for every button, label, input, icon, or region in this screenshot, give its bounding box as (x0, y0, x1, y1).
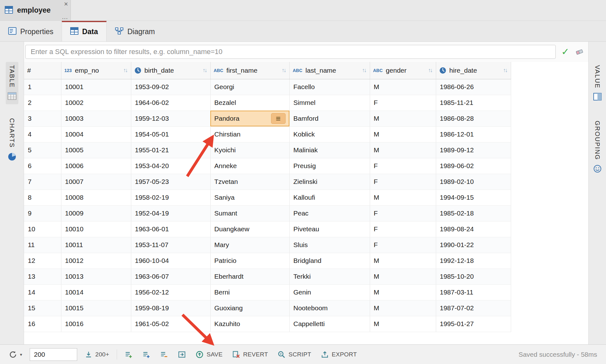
tab-properties[interactable]: Properties (0, 21, 62, 41)
sort-icon[interactable]: ↑↓ (123, 67, 128, 74)
table-cell[interactable]: Kazuhito (210, 316, 289, 332)
fetch-next-page-button[interactable]: 200+ (83, 349, 111, 360)
duplicate-row-button[interactable] (140, 349, 152, 360)
table-cell[interactable]: 1959-12-03 (131, 111, 210, 126)
table-cell[interactable]: Duangkaew (210, 221, 289, 237)
table-cell[interactable]: 10007 (61, 174, 131, 190)
table-cell[interactable]: F (370, 221, 436, 237)
table-cell[interactable]: 10006 (61, 158, 131, 174)
selected-cell[interactable]: Pandora≡ (210, 111, 289, 126)
table-cell[interactable]: 1963-06-07 (131, 269, 210, 284)
table-cell[interactable]: 1956-02-12 (131, 284, 210, 300)
table-cell[interactable]: 10015 (61, 300, 131, 316)
refresh-dropdown-button[interactable]: ▾ (7, 349, 24, 360)
sort-icon[interactable]: ↑↓ (503, 67, 508, 74)
row-number-cell[interactable]: 15 (24, 300, 61, 316)
row-number-cell[interactable]: 1 (24, 79, 61, 95)
table-cell[interactable]: Peac (289, 205, 370, 221)
table-cell[interactable]: 1959-08-19 (131, 300, 210, 316)
panel-tab-value[interactable]: VALUE (591, 62, 603, 105)
export-button[interactable]: EXPORT (319, 349, 359, 360)
table-cell[interactable]: 1952-04-19 (131, 205, 210, 221)
save-button[interactable]: SAVE (194, 349, 224, 360)
table-cell[interactable]: 1992-12-18 (436, 253, 511, 269)
table-cell[interactable]: 1953-04-20 (131, 158, 210, 174)
row-number-cell[interactable]: 10 (24, 221, 61, 237)
column-header-last_name[interactable]: ABClast_name↑↓ (289, 62, 370, 79)
panel-tab-table[interactable]: TABLE (6, 62, 18, 104)
panel-tab-charts[interactable]: CHARTS (6, 115, 18, 166)
column-header-birth_date[interactable]: birth_date↑↓ (131, 62, 210, 79)
table-cell[interactable]: Chirstian (210, 126, 289, 142)
table-cell[interactable]: 1953-09-02 (131, 79, 210, 95)
table-cell[interactable]: Sumant (210, 205, 289, 221)
table-cell[interactable]: F (370, 174, 436, 190)
tab-data[interactable]: Data (62, 21, 107, 41)
table-cell[interactable]: 1960-10-04 (131, 253, 210, 269)
table-cell[interactable]: 1961-05-02 (131, 316, 210, 332)
table-cell[interactable]: Facello (289, 79, 370, 95)
table-cell[interactable]: 1989-09-12 (436, 142, 511, 158)
table-cell[interactable]: 10016 (61, 316, 131, 332)
table-cell[interactable]: 1989-08-24 (436, 221, 511, 237)
table-cell[interactable]: 1987-07-02 (436, 300, 511, 316)
column-header-rownum[interactable]: # (24, 62, 61, 79)
table-cell[interactable]: 10002 (61, 95, 131, 111)
table-cell[interactable]: Berni (210, 284, 289, 300)
table-cell[interactable]: F (370, 205, 436, 221)
table-cell[interactable]: Zielinski (289, 174, 370, 190)
table-cell[interactable]: Tzvetan (210, 174, 289, 190)
add-row-button[interactable] (123, 349, 135, 360)
cell-menu-icon[interactable]: ≡ (271, 113, 286, 124)
table-cell[interactable]: Simmel (289, 95, 370, 111)
column-header-first_name[interactable]: ABCfirst_name↑↓ (210, 62, 289, 79)
column-header-gender[interactable]: ABCgender↑↓ (370, 62, 436, 79)
tab-diagram[interactable]: Diagram (107, 21, 163, 41)
table-cell[interactable]: Kalloufi (289, 190, 370, 205)
row-number-cell[interactable]: 6 (24, 158, 61, 174)
table-cell[interactable]: Patricio (210, 253, 289, 269)
table-cell[interactable]: 1994-09-15 (436, 190, 511, 205)
sort-icon[interactable]: ↑↓ (362, 67, 367, 74)
table-cell[interactable]: 1986-08-28 (436, 111, 511, 126)
table-cell[interactable]: Genin (289, 284, 370, 300)
row-number-cell[interactable]: 8 (24, 190, 61, 205)
table-cell[interactable]: 1987-03-11 (436, 284, 511, 300)
table-cell[interactable]: 1986-12-01 (436, 126, 511, 142)
table-cell[interactable]: M (370, 190, 436, 205)
table-cell[interactable]: 1985-11-21 (436, 95, 511, 111)
refresh-grid-button[interactable] (176, 349, 188, 360)
table-cell[interactable]: 1990-01-22 (436, 237, 511, 253)
table-cell[interactable]: M (370, 300, 436, 316)
table-cell[interactable]: 1954-05-01 (131, 126, 210, 142)
panel-tab-grouping[interactable]: GROUPING (591, 118, 603, 177)
row-number-cell[interactable]: 16 (24, 316, 61, 332)
table-cell[interactable]: M (370, 284, 436, 300)
table-cell[interactable]: Sluis (289, 237, 370, 253)
table-cell[interactable]: Nooteboom (289, 300, 370, 316)
table-cell[interactable]: 1989-02-10 (436, 174, 511, 190)
column-header-emp_no[interactable]: 123emp_no↑↓ (61, 62, 131, 79)
table-cell[interactable]: Preusig (289, 158, 370, 174)
table-cell[interactable]: M (370, 111, 436, 126)
table-cell[interactable]: Bridgland (289, 253, 370, 269)
table-cell[interactable]: Georgi (210, 79, 289, 95)
row-number-cell[interactable]: 12 (24, 253, 61, 269)
fetch-size-input[interactable] (30, 348, 77, 361)
column-header-hire_date[interactable]: hire_date↑↓ (436, 62, 511, 79)
table-cell[interactable]: 1958-02-19 (131, 190, 210, 205)
table-cell[interactable]: Cappelletti (289, 316, 370, 332)
table-cell[interactable]: 1985-02-18 (436, 205, 511, 221)
sort-icon[interactable]: ↑↓ (203, 67, 207, 74)
doc-tab-employee[interactable]: employee × … (0, 0, 71, 21)
table-cell[interactable]: 10014 (61, 284, 131, 300)
apply-filter-check-icon[interactable]: ✓ (561, 47, 569, 57)
row-number-cell[interactable]: 4 (24, 126, 61, 142)
table-cell[interactable]: Anneke (210, 158, 289, 174)
sort-icon[interactable]: ↑↓ (428, 67, 433, 74)
table-cell[interactable]: Saniya (210, 190, 289, 205)
table-cell[interactable]: F (370, 158, 436, 174)
table-cell[interactable]: Piveteau (289, 221, 370, 237)
revert-button[interactable]: REVERT (230, 349, 270, 360)
table-cell[interactable]: 1995-01-27 (436, 316, 511, 332)
